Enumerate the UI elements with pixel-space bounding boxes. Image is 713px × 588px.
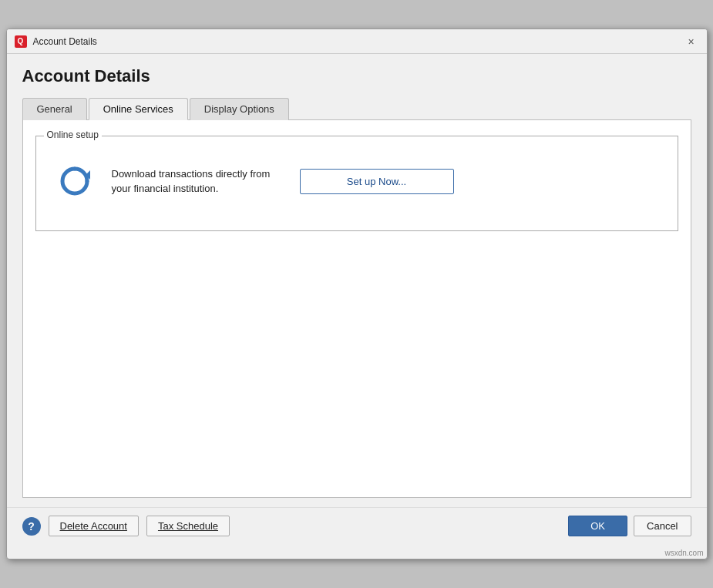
watermark: wsxdn.com (7, 547, 707, 559)
tab-display-options[interactable]: Display Options (190, 98, 289, 120)
app-icon: Q (15, 35, 27, 48)
setup-now-button[interactable]: Set up Now... (300, 169, 454, 194)
tab-online-services[interactable]: Online Services (89, 98, 188, 120)
refresh-icon (56, 163, 93, 200)
title-bar-left: Q Account Details (15, 35, 97, 48)
tab-content: Online setup Download transactions direc… (22, 120, 691, 498)
online-setup-box: Online setup Download transactions direc… (35, 136, 678, 231)
close-button[interactable]: × (684, 34, 699, 49)
setup-description: Download transactions directly from your… (112, 166, 281, 197)
delete-account-button[interactable]: Delete Account (49, 516, 139, 536)
dialog-window: Q Account Details × Account Details Gene… (6, 29, 708, 559)
tax-schedule-button[interactable]: Tax Schedule (146, 516, 230, 536)
setup-row: Download transactions directly from your… (49, 147, 665, 215)
ok-button[interactable]: OK (568, 516, 627, 536)
cancel-button[interactable]: Cancel (634, 516, 691, 536)
dialog-body: Account Details General Online Services … (7, 54, 707, 507)
title-bar: Q Account Details × (7, 29, 707, 54)
footer-right: OK Cancel (568, 516, 691, 536)
fieldset-legend: Online setup (44, 129, 102, 140)
help-button[interactable]: ? (22, 517, 41, 536)
title-bar-text: Account Details (33, 36, 97, 47)
footer-left: ? Delete Account Tax Schedule (22, 516, 230, 536)
dialog-heading: Account Details (22, 66, 691, 86)
tabs-container: General Online Services Display Options (22, 97, 691, 120)
tab-general[interactable]: General (22, 98, 87, 120)
dialog-footer: ? Delete Account Tax Schedule OK Cancel (7, 507, 707, 547)
